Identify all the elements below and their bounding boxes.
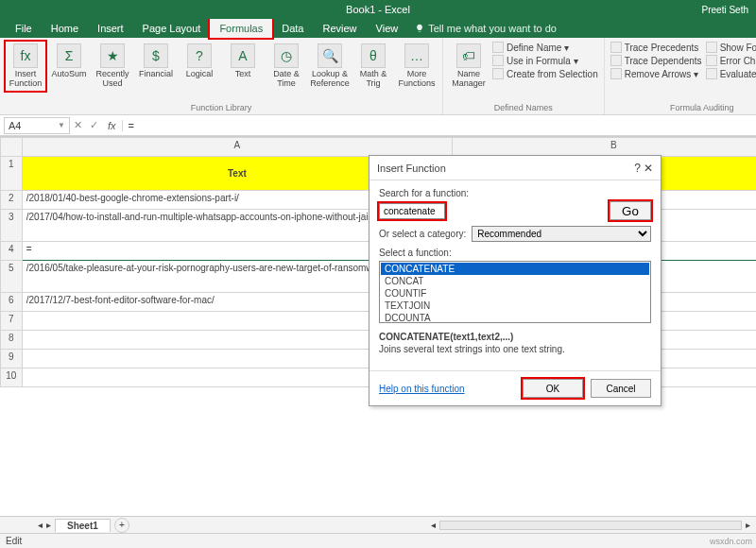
menu-tabs: File Home Insert Page Layout Formulas Da… [0, 19, 756, 38]
text-button[interactable]: AText [223, 42, 263, 81]
enter-icon[interactable]: ✓ [90, 119, 98, 131]
list-item[interactable]: TEXTJOIN [381, 300, 649, 312]
text-icon: A [231, 43, 255, 68]
row-header[interactable]: 8 [1, 331, 23, 350]
help-link[interactable]: Help on this function [379, 384, 465, 394]
dependents-icon [610, 55, 622, 66]
precedents-icon [610, 42, 622, 53]
category-label: Or select a category: [379, 229, 466, 239]
recently-used-button[interactable]: ★Recently Used [93, 42, 132, 91]
select-function-label: Select a function: [379, 248, 651, 258]
tab-data[interactable]: Data [272, 19, 313, 38]
dialog-titlebar[interactable]: Insert Function ? ✕ [369, 156, 661, 180]
row-header[interactable]: 4 [1, 242, 23, 261]
new-sheet-button[interactable]: + [114, 518, 129, 533]
row-header[interactable]: 1 [1, 157, 23, 191]
trace-precedents-button[interactable]: Trace Precedents [610, 42, 702, 53]
watermark: wsxdn.com [710, 537, 752, 546]
evaluate-formula-button[interactable]: Evaluate Formula [706, 68, 756, 79]
autosum-button[interactable]: ΣAutoSum [49, 42, 89, 81]
name-manager-button[interactable]: 🏷Name Manager [449, 42, 489, 91]
fx-icon[interactable]: fx [108, 120, 116, 131]
group-function-library: fx Insert Function ΣAutoSum ★Recently Us… [0, 38, 443, 114]
fx-icon: fx [13, 43, 38, 68]
ok-button[interactable]: OK [523, 379, 583, 398]
cancel-button[interactable]: Cancel [591, 379, 651, 398]
date-time-button[interactable]: ◷Date & Time [266, 42, 306, 91]
function-listbox[interactable]: CONCATENATE CONCAT COUNTIF TEXTJOIN DCOU… [379, 261, 651, 323]
row-header[interactable]: 9 [1, 350, 23, 368]
group-formula-auditing: Trace Precedents Trace Dependents Remove… [605, 38, 756, 114]
list-item[interactable]: CONCATENATE [381, 263, 649, 275]
insert-function-button[interactable]: fx Insert Function [6, 42, 45, 91]
row-header[interactable]: 10 [1, 368, 23, 387]
trace-dependents-button[interactable]: Trace Dependents [610, 55, 702, 66]
tell-me[interactable]: Tell me what you want to do [415, 23, 557, 34]
col-header-b[interactable]: B [453, 138, 756, 157]
star-icon: ★ [100, 43, 125, 68]
sheet-tab[interactable]: Sheet1 [55, 519, 111, 532]
name-box[interactable]: A4 ▼ [4, 117, 70, 134]
lookup-button[interactable]: 🔍Lookup & Reference [310, 42, 350, 91]
more-icon: … [404, 43, 429, 68]
insert-function-dialog: Insert Function ? ✕ Search for a functio… [369, 155, 662, 406]
row-header[interactable]: 6 [1, 293, 23, 312]
math-button[interactable]: θMath & Trig [353, 42, 393, 91]
select-all[interactable] [1, 138, 23, 157]
search-input[interactable] [379, 203, 445, 219]
tab-home[interactable]: Home [42, 19, 88, 38]
money-icon: $ [144, 43, 168, 68]
go-button[interactable]: Go [610, 201, 651, 220]
search-label: Search for a function: [379, 188, 651, 198]
sheet-tab-bar: ◂ ▸ Sheet1 + ◂▸ [0, 516, 756, 533]
category-select[interactable]: Recommended [472, 226, 651, 242]
create-icon [492, 68, 504, 79]
col-header-a[interactable]: A [22, 138, 452, 157]
group-defined-names: 🏷Name Manager Define Name ▾ Use in Formu… [443, 38, 605, 114]
evaluate-icon [706, 68, 717, 79]
show-formulas-button[interactable]: Show Formulas [706, 42, 756, 53]
group-label: Formula Auditing [610, 103, 756, 112]
row-header[interactable]: 7 [1, 312, 23, 331]
dialog-title: Insert Function [377, 163, 446, 174]
list-item[interactable]: COUNTIF [381, 287, 649, 300]
row-header[interactable]: 5 [1, 261, 23, 293]
app-title: Book1 - Excel [346, 4, 410, 15]
tab-formulas[interactable]: Formulas [210, 19, 272, 38]
question-icon: ? [187, 43, 212, 68]
close-icon[interactable]: ✕ [644, 162, 653, 175]
tab-view[interactable]: View [367, 19, 408, 38]
financial-button[interactable]: $Financial [136, 42, 176, 81]
error-checking-button[interactable]: Error Checking ▾ [706, 55, 756, 66]
remove-arrows-button[interactable]: Remove Arrows ▾ [610, 68, 702, 79]
cancel-icon[interactable]: ✕ [74, 119, 82, 131]
tab-page-layout[interactable]: Page Layout [133, 19, 211, 38]
more-functions-button[interactable]: …More Functions [397, 42, 437, 91]
row-header[interactable]: 3 [1, 210, 23, 242]
horizontal-scrollbar[interactable]: ◂▸ [431, 520, 750, 530]
status-mode: Edit [6, 536, 22, 546]
define-name-button[interactable]: Define Name ▾ [492, 42, 598, 53]
create-from-selection-button[interactable]: Create from Selection [492, 68, 598, 79]
sheet-nav-next[interactable]: ▸ [46, 520, 51, 530]
use-in-formula-button[interactable]: Use in Formula ▾ [492, 55, 598, 66]
help-icon[interactable]: ? [634, 162, 641, 175]
bulb-icon [415, 24, 424, 33]
group-label: Defined Names [449, 103, 598, 112]
use-icon [492, 55, 504, 66]
tab-insert[interactable]: Insert [88, 19, 133, 38]
tab-review[interactable]: Review [313, 19, 366, 38]
lookup-icon: 🔍 [318, 43, 342, 68]
function-description: CONCATENATE(text1,text2,...) Joins sever… [379, 331, 651, 355]
ribbon: fx Insert Function ΣAutoSum ★Recently Us… [0, 38, 756, 115]
logical-button[interactable]: ?Logical [180, 42, 219, 81]
chevron-down-icon: ▼ [58, 121, 65, 129]
row-header[interactable]: 2 [1, 191, 23, 210]
tab-file[interactable]: File [6, 19, 42, 38]
sigma-icon: Σ [57, 43, 81, 68]
sheet-nav-prev[interactable]: ◂ [38, 520, 43, 530]
list-item[interactable]: DCOUNTA [381, 312, 649, 323]
formula-input[interactable]: = [122, 120, 756, 131]
list-item[interactable]: CONCAT [381, 275, 649, 287]
user-name: Preeti Seth [702, 5, 748, 15]
